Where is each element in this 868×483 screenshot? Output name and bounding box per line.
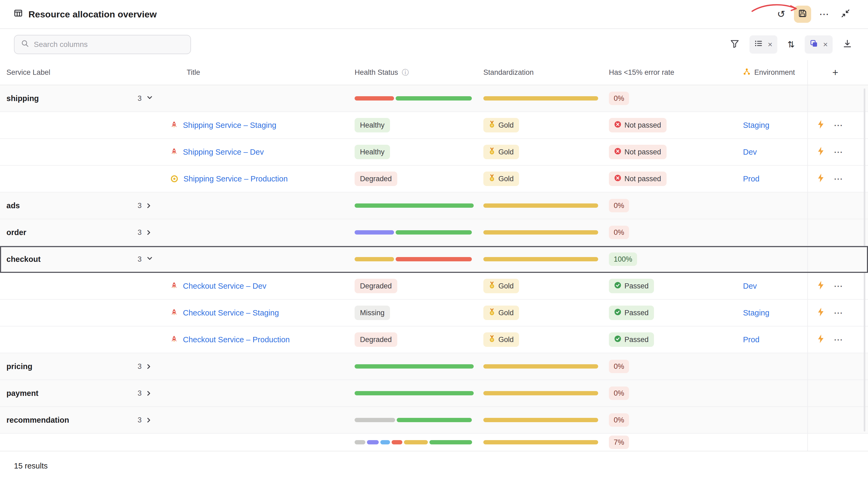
group-label: recommendation	[6, 416, 69, 425]
medal-icon	[489, 308, 495, 318]
group-row-recommendation[interactable]: recommendation 3 0%	[0, 407, 868, 434]
undo-button[interactable]: ↺	[773, 6, 790, 23]
group-row-checkout[interactable]: checkout 3 100%	[0, 246, 868, 273]
error-rate-chip: 0%	[609, 226, 629, 239]
run-action-button[interactable]	[817, 120, 824, 131]
standardization-bar	[483, 203, 598, 208]
environment-link[interactable]: Dev	[743, 148, 757, 157]
save-button[interactable]	[794, 6, 811, 23]
group-row-ads[interactable]: ads 3 0%	[0, 192, 868, 219]
error-rate-chip: 0%	[609, 199, 629, 212]
chevron-right-icon[interactable]	[145, 416, 155, 424]
search-box[interactable]	[14, 35, 191, 54]
chevron-down-icon[interactable]	[146, 94, 153, 103]
row-more-button[interactable]: ⋯	[834, 335, 843, 344]
environment-icon	[743, 68, 750, 77]
service-title-link[interactable]: Checkout Service – Dev	[183, 282, 266, 291]
ellipsis-icon: ⋯	[834, 148, 843, 157]
search-input[interactable]	[34, 40, 184, 49]
info-icon: ⓘ	[402, 68, 409, 77]
row-more-button[interactable]: ⋯	[834, 282, 843, 291]
standardization-bar	[483, 391, 598, 395]
run-action-button[interactable]	[817, 281, 824, 291]
bolt-icon	[817, 308, 824, 318]
add-column-button[interactable]: +	[832, 67, 838, 78]
bolt-icon	[817, 334, 824, 345]
sort-button[interactable]: ⇅	[785, 38, 797, 51]
group-count: 3	[137, 94, 142, 103]
column-header-service-label[interactable]: Service Label	[6, 68, 51, 77]
health-status-chip: Degraded	[354, 171, 397, 186]
column-header-title[interactable]: Title	[187, 68, 200, 77]
error-rate-chip: 0%	[609, 360, 629, 373]
health-status-chip: Missing	[354, 305, 390, 320]
table-icon	[14, 9, 23, 20]
run-action-button[interactable]	[817, 308, 824, 318]
service-title-link[interactable]: Shipping Service – Staging	[183, 121, 276, 130]
column-header-error-rate[interactable]: Has <15% error rate	[609, 68, 674, 77]
health-distribution-bar	[354, 96, 474, 100]
service-row[interactable]: Checkout Service – Production Degraded G…	[0, 326, 868, 353]
collapse-icon	[841, 8, 850, 20]
group-row-payment[interactable]: payment 3 0%	[0, 380, 868, 407]
filter-button[interactable]	[728, 37, 741, 52]
service-row[interactable]: Checkout Service – Dev Degraded Gold Pas…	[0, 273, 868, 300]
service-title-link[interactable]: Shipping Service – Production	[183, 174, 288, 183]
chevron-right-icon[interactable]	[145, 363, 155, 370]
environment-link[interactable]: Dev	[743, 282, 757, 291]
ellipsis-icon: ⋯	[834, 282, 843, 291]
row-more-button[interactable]: ⋯	[834, 121, 843, 130]
service-row[interactable]: Shipping Service – Production Degraded G…	[0, 166, 868, 192]
error-rate-chip: 0%	[609, 387, 629, 400]
row-more-button[interactable]: ⋯	[834, 148, 843, 157]
passed-icon	[614, 282, 621, 291]
medal-icon	[489, 148, 495, 157]
group-row-order[interactable]: order 3 0%	[0, 219, 868, 246]
environment-link[interactable]: Staging	[743, 121, 769, 130]
column-header-health-status[interactable]: Health Status	[354, 68, 398, 77]
column-header-environment[interactable]: Environment	[754, 68, 795, 77]
medal-icon	[489, 335, 495, 345]
collapse-button[interactable]	[837, 6, 854, 23]
group-by-chip[interactable]: ×	[749, 35, 777, 54]
run-action-button[interactable]	[817, 334, 824, 345]
service-row[interactable]: Checkout Service – Staging Missing Gold …	[0, 300, 868, 326]
service-title-link[interactable]: Checkout Service – Production	[183, 335, 290, 344]
service-icon	[170, 148, 178, 156]
environment-link[interactable]: Prod	[743, 174, 760, 183]
environment-link[interactable]: Staging	[743, 309, 769, 317]
download-button[interactable]	[841, 37, 854, 52]
service-row[interactable]: Shipping Service – Staging Healthy Gold …	[0, 112, 868, 139]
column-header-standardization[interactable]: Standardization	[483, 68, 534, 77]
filter-icon	[730, 39, 739, 50]
run-action-button[interactable]	[817, 174, 824, 184]
save-icon	[798, 9, 807, 20]
duplicate-view-chip[interactable]: ×	[805, 35, 833, 54]
ellipsis-icon: ⋯	[834, 174, 843, 183]
chevron-right-icon[interactable]	[145, 229, 155, 236]
standardization-chip: Gold	[483, 171, 519, 186]
chevron-right-icon[interactable]	[145, 389, 155, 397]
health-distribution-bar	[354, 364, 474, 368]
ellipsis-icon: ⋯	[834, 335, 843, 344]
chevron-right-icon[interactable]	[145, 202, 155, 210]
remove-duplicate-view-icon[interactable]: ×	[823, 40, 828, 49]
service-row[interactable]: Shipping Service – Dev Healthy Gold Not …	[0, 139, 868, 166]
row-more-button[interactable]: ⋯	[834, 308, 843, 317]
environment-link[interactable]: Prod	[743, 335, 760, 344]
remove-group-by-icon[interactable]: ×	[768, 40, 773, 49]
group-row-shipping[interactable]: shipping 3 0%	[0, 85, 868, 112]
more-actions-button[interactable]: ⋯	[815, 6, 833, 23]
results-count: 15 results	[14, 461, 48, 470]
not-passed-icon	[614, 174, 621, 183]
group-row-pricing[interactable]: pricing 3 0%	[0, 353, 868, 380]
chevron-down-icon[interactable]	[146, 254, 153, 264]
run-action-button[interactable]	[817, 147, 824, 157]
service-title-link[interactable]: Shipping Service – Dev	[183, 148, 264, 157]
top-bar: Resource allocation overview ↺ ⋯	[0, 0, 868, 29]
row-more-button[interactable]: ⋯	[834, 174, 843, 183]
group-label: pricing	[6, 362, 32, 371]
bolt-icon	[817, 147, 824, 157]
service-title-link[interactable]: Checkout Service – Staging	[183, 309, 279, 317]
standardization-chip: Gold	[483, 118, 519, 132]
